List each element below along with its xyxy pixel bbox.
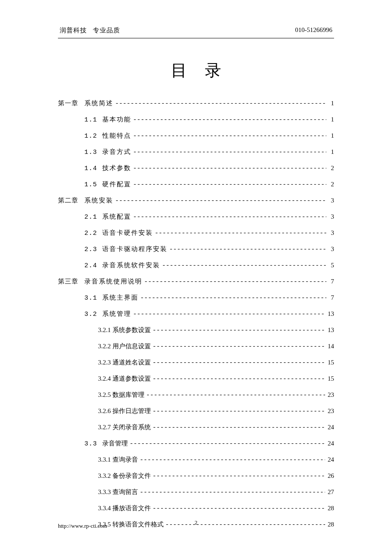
toc-leader (115, 100, 326, 107)
header-phone: 010-51266996 (295, 26, 333, 35)
toc-entry: 1.4技术参数2 (58, 164, 334, 172)
page-footer: 2 http://www.rp-cti.com (58, 523, 334, 529)
toc-entry: 3.3.3 查询留言27 (58, 488, 334, 496)
toc-leader (144, 278, 326, 286)
toc-page: 24 (325, 456, 334, 463)
toc-entry: 3.2.4 通道参数设置15 (58, 375, 334, 383)
toc-entry: 3.2系统管理13 (58, 310, 334, 318)
toc-leader (162, 262, 326, 269)
toc-number: 3.3 (84, 440, 102, 448)
toc-leader (153, 343, 325, 350)
toc-label: 性能特点 (102, 132, 133, 140)
company-name: 润普科技 (60, 27, 87, 34)
toc-page: 3 (326, 197, 334, 204)
toc-page: 28 (325, 505, 334, 512)
toc-label: 3.2.2 用户信息设置 (98, 342, 153, 350)
toc-number: 3.2 (84, 311, 102, 318)
toc-label: 3.3.4 播放语音文件 (98, 504, 153, 512)
toc-leader (133, 165, 326, 172)
toc-chapter: 第一章 (58, 99, 84, 107)
toc-label: 3.2.7 关闭录音系统 (98, 423, 153, 431)
toc-entry: 2.4录音系统软件安装5 (58, 261, 334, 269)
toc-label: 3.2.1 系统参数设置 (98, 326, 153, 334)
toc-entry: 3.3录音管理24 (58, 439, 334, 448)
toc-number: 2.3 (84, 246, 102, 253)
toc-page: 13 (325, 310, 334, 318)
toc-leader (153, 376, 325, 383)
toc-leader (153, 327, 325, 334)
toc-number: 1.4 (84, 165, 102, 172)
toc-number: 2.4 (84, 262, 102, 269)
toc-label: 系统简述 (84, 99, 115, 107)
toc-number: 1.5 (84, 181, 102, 188)
toc-page: 1 (326, 100, 334, 107)
toc-page: 7 (326, 294, 334, 301)
toc-leader (133, 181, 326, 188)
company-slogan: 专业品质 (93, 27, 120, 34)
toc-label: 录音方式 (102, 148, 133, 156)
toc-label: 系统安装 (84, 197, 115, 205)
toc-entry: 3.3.4 播放语音文件28 (58, 504, 334, 512)
toc-page: 24 (325, 440, 334, 447)
toc-page: 14 (325, 343, 334, 350)
toc-entry: 第二章系统安装3 (58, 197, 334, 205)
toc-entry: 1.1基本功能1 (58, 116, 334, 124)
toc-label: 3.2.6 操作日志管理 (98, 407, 153, 415)
toc-page: 27 (325, 489, 334, 496)
toc-entry: 3.2.2 用户信息设置14 (58, 342, 334, 350)
toc-leader (140, 489, 325, 496)
header-left: 润普科技 专业品质 (60, 26, 120, 35)
toc-page: 5 (326, 262, 334, 269)
toc-leader (153, 424, 325, 431)
toc-page: 23 (325, 391, 334, 399)
toc-entry: 3.3.2 备份录音文件26 (58, 472, 334, 480)
toc-entry: 3.2.5 数据库管理23 (58, 391, 334, 399)
toc-leader (153, 473, 325, 480)
toc-label: 3.2.4 通道参数设置 (98, 375, 153, 383)
toc-label: 录音管理 (102, 439, 130, 448)
toc-label: 3.3.3 查询留言 (98, 488, 140, 496)
toc-entry: 2.1系统配置3 (58, 213, 334, 221)
toc-label: 3.3.1 查询录音 (98, 456, 140, 464)
footer-page-number: 2 (58, 519, 334, 526)
toc-number: 3.1 (84, 295, 102, 302)
toc-label: 技术参数 (102, 164, 133, 172)
toc-page: 26 (325, 472, 334, 480)
toc-entry: 第一章系统简述1 (58, 99, 334, 107)
toc-page: 15 (325, 359, 334, 366)
toc-chapter: 第二章 (58, 197, 84, 205)
toc-page: 1 (326, 116, 334, 123)
toc-entry: 1.5硬件配置2 (58, 180, 334, 188)
toc-label: 语音卡硬件安装 (102, 229, 155, 237)
toc-label: 硬件配置 (102, 180, 133, 188)
toc-number: 1.2 (84, 133, 102, 140)
toc-page: 1 (326, 148, 334, 156)
toc-number: 1.1 (84, 116, 102, 124)
toc-entry: 第三章录音系统使用说明7 (58, 278, 334, 286)
toc-label: 录音系统使用说明 (84, 278, 144, 286)
toc-page: 3 (326, 229, 334, 237)
toc-page: 3 (326, 213, 334, 220)
toc-page: 23 (325, 408, 334, 415)
toc-page: 15 (325, 375, 334, 382)
toc-page: 24 (325, 424, 334, 431)
table-of-contents: 第一章系统简述11.1基本功能11.2性能特点11.3录音方式11.4技术参数2… (58, 99, 334, 529)
toc-leader (153, 359, 325, 367)
page-header: 润普科技 专业品质 010-51266996 (58, 26, 334, 38)
toc-leader (130, 440, 325, 448)
toc-label: 录音系统软件安装 (102, 261, 162, 269)
toc-leader (146, 392, 325, 399)
toc-leader (133, 311, 325, 318)
toc-leader (133, 214, 326, 221)
toc-label: 系统管理 (102, 310, 133, 318)
toc-leader (140, 457, 325, 464)
toc-number: 2.1 (84, 214, 102, 221)
toc-leader (133, 116, 326, 124)
toc-entry: 2.3语音卡驱动程序安装3 (58, 245, 334, 253)
toc-page: 7 (326, 278, 334, 285)
toc-label: 系统主界面 (102, 294, 140, 302)
toc-label: 基本功能 (102, 116, 133, 124)
toc-page: 1 (326, 132, 334, 139)
toc-chapter: 第三章 (58, 278, 84, 286)
toc-label: 3.2.3 通道姓名设置 (98, 358, 153, 367)
